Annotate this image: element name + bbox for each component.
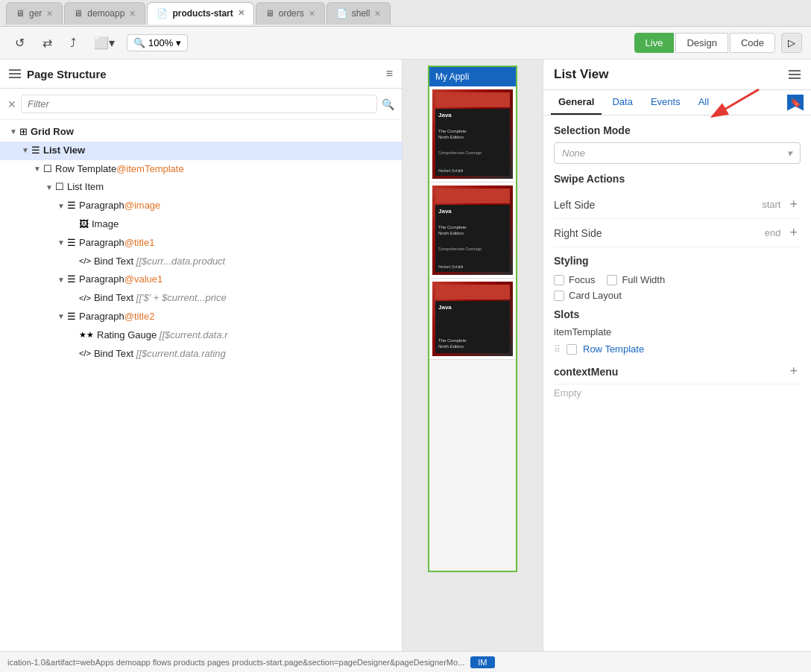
tree-label: Image (92, 217, 119, 232)
main-layout: Page Structure ≡ ✕ 🔍 ▼ ⊞ Grid Row ▼ ☰ Li… (0, 60, 811, 651)
focus-checkbox-item[interactable]: Focus (554, 274, 595, 285)
right-panel-title: List View (554, 67, 783, 82)
focus-checkbox[interactable] (554, 275, 564, 285)
tree-label: Paragraph@value1 (79, 272, 162, 288)
tab-close[interactable]: ✕ (309, 9, 315, 19)
tree-item-para-title1[interactable]: ▼ ☰ Paragraph@title1 (0, 234, 402, 253)
context-menu-empty-label: Empty (554, 384, 801, 399)
tree-item-image[interactable]: 🖼 Image (0, 215, 402, 234)
filter-search-icon: 🔍 (382, 98, 394, 110)
toggle-icon: ▼ (31, 163, 43, 175)
app-title: My Appli (429, 67, 516, 86)
search-icon: 🔍 (133, 37, 145, 48)
collapse-panel-button[interactable]: ▷ (781, 33, 802, 53)
book-subtitle-text: The CompleteNinth Edition (438, 129, 507, 141)
share-button[interactable]: ⤴ (64, 34, 82, 53)
styling-row2: Card Layout (554, 290, 801, 301)
grid-row-icon: ⊞ (19, 124, 28, 140)
tree-item-bind-title1[interactable]: </> Bind Text [[$curr...data.product (0, 253, 402, 271)
tree-item-grid-row[interactable]: ▼ ⊞ Grid Row (0, 123, 402, 142)
refresh-button[interactable]: ↺ (9, 33, 31, 53)
book-cover-image: Java The CompleteNinth Edition (432, 282, 513, 356)
bind-icon: </> (79, 292, 91, 305)
tab-label: shell (352, 8, 370, 19)
design-mode-button[interactable]: Design (675, 33, 728, 53)
bookmark-icon[interactable]: 🔖 (787, 95, 804, 111)
left-side-row: Left Side start + (554, 191, 801, 219)
toolbar: ↺ ⇄ ⤴ ⬜▾ 🔍 100% ▾ Live Design Code ▷ (0, 27, 811, 60)
tree-item-bind-value1[interactable]: </> Bind Text [['$' + $current...price (0, 289, 402, 308)
tree-item-list-item[interactable]: ▼ ☐ List Item (0, 178, 402, 197)
book-item: Java The CompleteNinth Edition (429, 279, 516, 360)
full-width-checkbox[interactable] (607, 275, 617, 285)
tab-close[interactable]: ✕ (238, 8, 244, 18)
card-layout-label: Card Layout (569, 290, 622, 301)
tree-item-para-value1[interactable]: ▼ ☰ Paragraph@value1 (0, 270, 402, 289)
add-right-side-button[interactable]: + (786, 225, 801, 241)
tab-ger[interactable]: 🖥 ger ✕ (6, 2, 63, 25)
tab-demoapp[interactable]: 🖥 demoapp ✕ (64, 2, 145, 25)
status-bar-button[interactable]: IM (470, 656, 494, 668)
tab-general[interactable]: General (551, 90, 602, 115)
image-icon: 🖼 (79, 217, 89, 232)
add-context-menu-button[interactable]: + (786, 364, 801, 379)
sidebar-options-icon[interactable]: ≡ (386, 67, 393, 80)
tree-label: Rating Gauge [[$current.data.r (97, 328, 228, 343)
styling-row1: Focus Full Width (554, 274, 801, 285)
right-side-row: Right Side end + (554, 219, 801, 247)
tab-close[interactable]: ✕ (129, 9, 136, 19)
tab-icon: 🖥 (74, 8, 83, 19)
tree-item-rating-gauge[interactable]: ★★ Rating Gauge [[$current.data.r (0, 326, 402, 345)
tree-item-list-view[interactable]: ▼ ☰ List View (0, 142, 402, 160)
book-author-text: Herbert Schildt (438, 264, 507, 269)
right-panel-menu-icon[interactable] (789, 70, 801, 79)
row-template-slot-label[interactable]: Row Template (583, 343, 644, 355)
tab-events[interactable]: Events (643, 90, 688, 115)
code-mode-button[interactable]: Code (730, 33, 775, 53)
row-template-checkbox[interactable] (567, 344, 577, 355)
toggle-icon (67, 329, 79, 341)
tree-label: Paragraph@title2 (79, 309, 154, 325)
tab-shell[interactable]: 📄 shell ✕ (326, 2, 391, 25)
left-side-value: start (762, 199, 780, 210)
card-layout-checkbox-item[interactable]: Card Layout (554, 290, 622, 301)
full-width-checkbox-item[interactable]: Full Width (607, 274, 665, 285)
tree-item-row-template[interactable]: ▼ ☐ Row Template@itemTemplate (0, 160, 402, 179)
row-template-slot-row: ⠿ Row Template (554, 342, 801, 356)
tab-orders[interactable]: 🖥 orders ✕ (256, 2, 325, 25)
toggle-icon: ▼ (7, 126, 19, 138)
tree-item-bind-rating[interactable]: </> Bind Text [[$current.data.rating (0, 345, 402, 364)
selection-mode-dropdown[interactable]: None ▾ (554, 142, 801, 164)
tree-item-para-image[interactable]: ▼ ☰ Paragraph@image (0, 197, 402, 215)
filter-row: ✕ 🔍 (0, 89, 402, 120)
tab-close[interactable]: ✕ (46, 9, 53, 19)
paragraph-icon: ☰ (67, 198, 76, 214)
close-filter-icon[interactable]: ✕ (7, 98, 16, 110)
add-left-side-button[interactable]: + (786, 197, 801, 212)
card-layout-checkbox[interactable] (554, 291, 564, 301)
chevron-down-icon: ▾ (787, 148, 792, 159)
device-button[interactable]: ⬜▾ (88, 33, 121, 53)
tab-icon: 📄 (157, 8, 168, 19)
tab-data[interactable]: Data (605, 90, 640, 115)
slots-label: Slots (554, 308, 801, 320)
page-structure-sidebar: Page Structure ≡ ✕ 🔍 ▼ ⊞ Grid Row ▼ ☰ Li… (0, 60, 403, 651)
tab-all[interactable]: All (691, 90, 716, 115)
tree-label: Grid Row (31, 124, 74, 140)
full-width-label: Full Width (622, 274, 665, 285)
tree-label: Paragraph@title1 (79, 235, 154, 251)
live-mode-button[interactable]: Live (634, 33, 675, 53)
filter-input[interactable] (21, 95, 377, 113)
tree-item-para-title2[interactable]: ▼ ☰ Paragraph@title2 (0, 308, 402, 326)
tab-products-start[interactable]: 📄 products-start ✕ (147, 2, 253, 25)
zoom-control[interactable]: 🔍 100% ▾ (127, 34, 188, 51)
item-template-key: itemTemplate (554, 326, 801, 337)
toggle-icon: ▼ (55, 274, 67, 286)
sync-button[interactable]: ⇄ (37, 33, 58, 53)
book-subtitle-text: The CompleteNinth Edition (438, 338, 507, 350)
hamburger-icon[interactable] (9, 69, 21, 78)
drag-handle-icon[interactable]: ⠿ (554, 344, 561, 355)
context-menu-row: contextMenu + (554, 364, 801, 384)
list-item-icon: ☐ (55, 180, 64, 195)
tab-close[interactable]: ✕ (374, 9, 381, 19)
